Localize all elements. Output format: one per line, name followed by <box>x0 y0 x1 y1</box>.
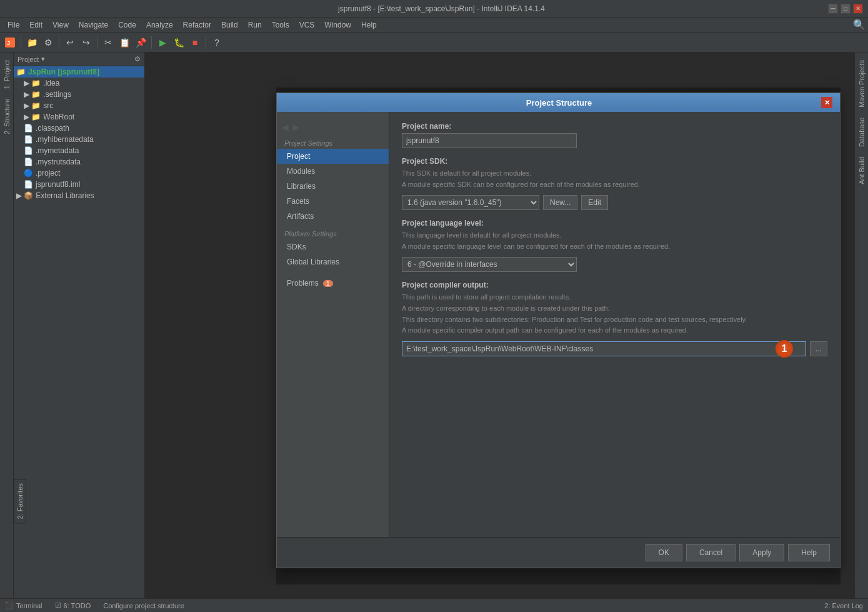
restore-btn[interactable]: □ <box>841 4 851 14</box>
todo-icon: ☑ <box>55 601 61 609</box>
sidebar-nav-sdks[interactable]: SDKs <box>277 239 389 254</box>
sidebar-nav-facets[interactable]: Facets <box>277 194 389 209</box>
ok-button[interactable]: OK <box>646 544 682 561</box>
sidebar-nav-libraries[interactable]: Libraries <box>277 179 389 194</box>
edit-sdk-button[interactable]: Edit <box>581 195 608 210</box>
tree-item-mystruts[interactable]: 📄 .mystrutsdata <box>14 156 144 168</box>
new-sdk-button[interactable]: New... <box>543 195 577 210</box>
stop-btn[interactable]: ■ <box>187 35 202 50</box>
maven-projects-tab[interactable]: Maven Projects <box>857 55 867 113</box>
toolbar-separator-4 <box>151 36 152 49</box>
tree-label-idea: .idea <box>43 79 59 88</box>
project-name-input[interactable] <box>402 133 577 148</box>
tree-label-project: .project <box>36 169 60 178</box>
window-title: jsprunutf8 - [E:\test_work_space\JspRun]… <box>55 4 828 13</box>
sidebar-nav-problems[interactable]: Problems 1 <box>277 276 389 291</box>
run-btn[interactable]: ▶ <box>155 35 170 50</box>
tree-item-idea[interactable]: ▶ 📁 .idea <box>14 78 144 89</box>
copy-btn[interactable]: 📋 <box>117 35 132 50</box>
tree-item-settings[interactable]: ▶ 📁 .settings <box>14 89 144 100</box>
apply-button[interactable]: Apply <box>739 544 784 561</box>
menu-tools[interactable]: Tools <box>267 19 294 31</box>
menu-build[interactable]: Build <box>216 19 243 31</box>
project-sdk-desc: This SDK is default for all project modu… <box>402 168 827 190</box>
gear-icon[interactable]: ⚙ <box>134 55 141 63</box>
todo-status[interactable]: ☑ 6: TODO <box>55 601 91 609</box>
menu-navigate[interactable]: Navigate <box>74 19 113 31</box>
project-dropdown[interactable]: Project <box>17 56 39 63</box>
compiler-output-input[interactable] <box>402 341 806 356</box>
back-arrow[interactable]: ◀ <box>281 121 290 133</box>
menu-vcs[interactable]: VCS <box>294 19 320 31</box>
menu-file[interactable]: File <box>2 19 24 31</box>
menu-analyze[interactable]: Analyze <box>141 19 178 31</box>
tree-label-mystruts: .mystrutsdata <box>36 158 81 166</box>
project-name-label: Project name: <box>402 122 827 131</box>
sidebar-nav-modules[interactable]: Modules <box>277 164 389 179</box>
toolbar-separator-2 <box>59 36 59 49</box>
cut-btn[interactable]: ✂ <box>101 35 116 50</box>
title-bar-controls[interactable]: ─ □ ✕ <box>828 4 863 14</box>
compiler-output-row: 1 ... <box>402 341 827 356</box>
menu-window[interactable]: Window <box>319 19 356 31</box>
sidebar-nav-global-libraries[interactable]: Global Libraries <box>277 254 389 269</box>
structure-side-tab[interactable]: 2: Structure <box>2 94 12 139</box>
menu-run[interactable]: Run <box>243 19 267 31</box>
tree-item-src[interactable]: ▶ 📁 src <box>14 100 144 111</box>
compiler-output-section: Project compiler output: This path is us… <box>402 281 827 356</box>
tree-item-jsprun[interactable]: 📁 JspRun [jsprunutf8] <box>14 66 144 78</box>
terminal-status[interactable]: ⬛ Terminal <box>5 601 42 609</box>
sidebar-nav-project[interactable]: Project <box>277 149 389 164</box>
sdk-select[interactable]: 1.6 (java version "1.6.0_45") <box>402 195 539 210</box>
tree-item-classpath[interactable]: 📄 .classpath <box>14 123 144 134</box>
menu-help[interactable]: Help <box>356 19 382 31</box>
dialog-content: Project name: Project SDK: This SDK is d… <box>389 112 840 537</box>
folder-icon: 📁 <box>16 68 26 76</box>
event-log-status[interactable]: 2: Event Log <box>824 602 863 609</box>
help-button[interactable]: Help <box>788 544 830 561</box>
paste-btn[interactable]: 📌 <box>133 35 148 50</box>
forward-arrow[interactable]: ▶ <box>291 121 301 133</box>
tree-item-project[interactable]: 🔵 .project <box>14 168 144 179</box>
dialog-overlay: Project Structure ✕ ◀ ▶ Project Settings… <box>276 88 841 584</box>
menu-refactor[interactable]: Refactor <box>178 19 216 31</box>
menu-view[interactable]: View <box>47 19 74 31</box>
sidebar-nav-artifacts[interactable]: Artifacts <box>277 209 389 224</box>
configure-status[interactable]: Configure project structure <box>103 602 184 609</box>
tree-item-myhibernate[interactable]: 📄 .myhibernatedata <box>14 134 144 145</box>
cancel-button[interactable]: Cancel <box>686 544 736 561</box>
undo-btn[interactable]: ↩ <box>62 35 77 50</box>
status-bar: ⬛ Terminal ☑ 6: TODO Configure project s… <box>0 598 868 612</box>
dialog-close-button[interactable]: ✕ <box>821 97 832 108</box>
favorites-tab[interactable]: 2: Favorites <box>14 479 26 523</box>
tree-item-iml[interactable]: 📄 jsprunutf8.iml <box>14 179 144 190</box>
close-btn[interactable]: ✕ <box>853 4 863 14</box>
project-structure-btn[interactable]: 📁 <box>24 35 39 50</box>
settings-btn[interactable]: ⚙ <box>41 35 56 50</box>
minimize-btn[interactable]: ─ <box>828 4 838 14</box>
ant-build-tab[interactable]: Ant Build <box>857 152 867 189</box>
toolbar-separator-3 <box>97 36 97 49</box>
compiler-output-desc: This path is used to store all project c… <box>402 292 827 336</box>
annotation-badge-1: 1 <box>776 340 793 358</box>
tree-item-mymetadata[interactable]: 📄 .mymetadata <box>14 145 144 156</box>
tree-item-webroot[interactable]: ▶ 📁 WebRoot <box>14 111 144 123</box>
database-tab[interactable]: Database <box>857 113 867 152</box>
language-level-select[interactable]: 6 - @Override in interfaces <box>402 257 577 272</box>
menu-edit[interactable]: Edit <box>24 19 47 31</box>
search-icon[interactable]: 🔍 <box>853 19 866 30</box>
redo-btn[interactable]: ↪ <box>79 35 94 50</box>
project-structure-dialog: Project Structure ✕ ◀ ▶ Project Settings… <box>276 93 841 568</box>
tree-item-external-libs[interactable]: ▶ 📦 External Libraries <box>14 190 144 201</box>
compiler-output-label: Project compiler output: <box>402 281 827 289</box>
panel-header-arrow[interactable]: ▾ <box>41 55 45 63</box>
project-side-tab[interactable]: 1: Project <box>2 55 12 94</box>
file-icon-iml: 📄 <box>24 180 33 189</box>
help-btn[interactable]: ? <box>209 35 224 50</box>
svg-text:J: J <box>7 40 10 46</box>
debug-btn[interactable]: 🐛 <box>171 35 186 50</box>
menu-code[interactable]: Code <box>113 19 141 31</box>
tree-label-classpath: .classpath <box>36 124 69 133</box>
menu-bar: File Edit View Navigate Code Analyze Ref… <box>0 18 868 33</box>
browse-output-button[interactable]: ... <box>810 341 827 356</box>
